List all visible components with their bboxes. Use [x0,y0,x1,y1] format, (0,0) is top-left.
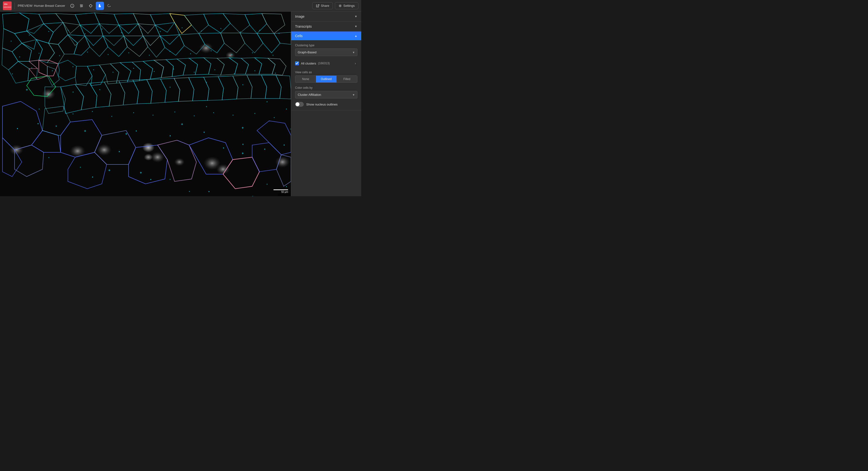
preview-title: PREVIEW: Human Breast Cancer [18,4,65,7]
all-clusters-text: All clusters [301,62,316,65]
svg-rect-188 [189,191,190,192]
svg-rect-159 [290,129,291,129]
nucleus-outlines-label: Show nucleus outlines [306,102,338,106]
view-cells-field: View cells as None Outlined Filled [295,70,358,83]
clustering-type-field: Clustering type Graph-Based K-means ▼ [295,43,358,56]
svg-rect-176 [99,89,100,90]
svg-point-8 [80,4,81,5]
svg-rect-157 [242,153,244,153]
svg-rect-187 [170,179,170,180]
svg-rect-170 [284,145,285,146]
image-section-header[interactable]: Image ▼ [291,12,361,21]
svg-rect-155 [140,172,142,173]
svg-rect-173 [209,191,210,192]
svg-rect-181 [206,106,207,107]
image-section-title: Image [295,14,305,19]
svg-rect-143 [26,89,28,90]
svg-point-21 [142,143,154,152]
app-header: 10x GENOMICS PREVIEW: Human Breast Cance… [0,0,361,12]
toolbar: i [68,2,113,10]
svg-rect-175 [73,92,73,92]
svg-point-11 [90,5,92,7]
svg-rect-183 [286,109,287,109]
svg-rect-147 [125,134,127,134]
header-divider [14,2,15,9]
view-cells-outlined-button[interactable]: Outlined [316,76,337,83]
logo-svg: 10x GENOMICS [3,1,12,10]
svg-rect-172 [150,179,151,180]
cluster-expand-icon[interactable]: › [353,61,358,66]
color-cells-select[interactable]: Cluster Affiliation Gene Expression None [295,91,358,98]
clustering-type-select-wrapper: Graph-Based K-means ▼ [295,49,358,56]
svg-rect-149 [181,124,183,124]
svg-rect-182 [267,101,268,102]
svg-rect-153 [108,170,110,171]
info-button[interactable]: i [68,2,76,10]
settings-button[interactable]: Settings [335,2,358,9]
hand-button[interactable] [96,2,104,10]
microscopy-canvas [0,12,291,196]
cells-section-header[interactable]: Cells ▲ [291,32,361,40]
transcripts-chevron-icon: ▼ [354,25,358,28]
nucleus-outlines-toggle[interactable] [295,102,304,107]
cells-section-body: Clustering type Graph-Based K-means ▼ Al… [291,40,361,110]
svg-rect-163 [119,151,120,152]
all-clusters-label[interactable]: All clusters (166313) [295,61,330,65]
svg-text:i: i [72,5,72,7]
svg-point-20 [97,144,112,156]
all-clusters-checkbox[interactable] [295,61,299,65]
svg-point-234 [144,154,153,160]
svg-point-22 [151,152,164,163]
svg-rect-179 [243,84,243,85]
cells-section: Cells ▲ Clustering type Graph-Based K-me… [291,32,361,110]
svg-rect-167 [223,147,224,148]
svg-rect-166 [204,132,205,133]
svg-point-26 [199,43,213,53]
svg-point-10 [81,6,82,7]
transcripts-section: Transcripts ▼ [291,22,361,32]
lasso-button[interactable] [105,2,113,10]
scale-bar: 50 μm [274,189,288,193]
canvas-area[interactable]: 50 μm [0,12,291,196]
all-clusters-count: (166313) [318,62,330,65]
svg-rect-160 [17,128,18,129]
transcripts-section-header[interactable]: Transcripts ▼ [291,22,361,31]
share-button[interactable]: Share [312,2,333,9]
svg-rect-190 [286,186,287,187]
sliders-button[interactable] [78,2,86,10]
svg-rect-145 [84,131,86,131]
svg-rect-151 [242,127,244,128]
view-cells-none-button[interactable]: None [295,76,316,83]
nucleus-outlines-row: Show nucleus outlines [295,102,358,107]
svg-text:GENOMICS: GENOMICS [3,6,12,8]
svg-text:10x: 10x [4,3,7,5]
svg-point-24 [216,164,230,175]
svg-rect-161 [38,123,38,124]
transcripts-section-title: Transcripts [295,25,312,28]
svg-rect-162 [56,126,57,127]
svg-point-16 [340,5,341,6]
svg-rect-164 [136,130,137,131]
all-clusters-row: All clusters (166313) › [295,59,358,67]
svg-rect-171 [92,177,93,178]
clustering-type-select[interactable]: Graph-Based K-means [295,49,358,56]
scale-bar-line [274,189,288,190]
clustering-type-label: Clustering type [295,43,358,47]
svg-point-9 [82,5,83,6]
svg-rect-186 [80,167,81,168]
cells-section-title: Cells [295,34,303,38]
svg-rect-177 [170,87,170,88]
svg-rect-168 [243,144,243,145]
target-button[interactable] [87,2,95,10]
svg-rect-185 [49,157,49,158]
color-cells-label: Color cells by [295,86,358,89]
svg-point-28 [42,89,55,99]
main-layout: 50 μm Image ▼ Transcripts ▼ Cells ▲ [0,12,361,196]
svg-rect-169 [264,149,265,150]
image-chevron-icon: ▼ [354,15,358,18]
svg-rect-165 [170,135,171,136]
svg-point-18 [10,145,23,155]
color-cells-field: Color cells by Cluster Affiliation Gene … [295,86,358,98]
view-cells-filled-button[interactable]: Filled [337,76,357,83]
scale-bar-label: 50 μm [281,190,288,193]
